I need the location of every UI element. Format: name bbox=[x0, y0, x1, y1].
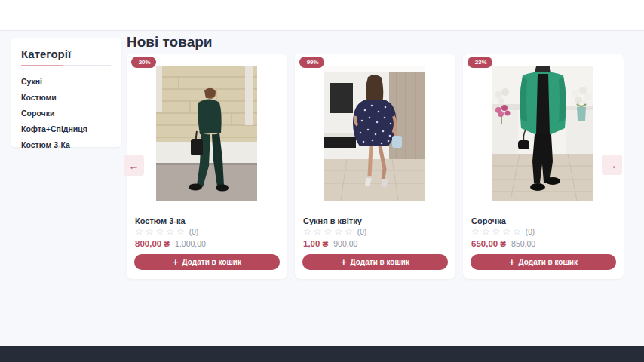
page-title: Нові товари bbox=[127, 34, 213, 51]
current-price: 1,00 ₴ bbox=[303, 239, 328, 248]
plus-icon: + bbox=[509, 257, 515, 267]
add-to-cart-label: Додати в кошик bbox=[519, 258, 578, 266]
plus-icon: + bbox=[173, 257, 179, 267]
product-card: -23% bbox=[463, 54, 624, 279]
sidebar-item-suit-3piece[interactable]: Костюм 3-Ка bbox=[21, 137, 111, 152]
add-to-cart-button[interactable]: + Додати в кошик bbox=[471, 254, 616, 270]
star-icon: ☆ bbox=[334, 227, 342, 236]
star-icon: ☆ bbox=[513, 227, 521, 236]
product-title[interactable]: Костюм 3-ка bbox=[135, 216, 186, 225]
add-to-cart-label: Додати в кошик bbox=[182, 258, 241, 266]
rating-count: (0) bbox=[189, 228, 198, 236]
sidebar-item-dresses[interactable]: Сукні bbox=[21, 73, 111, 89]
star-icon: ☆ bbox=[176, 227, 185, 236]
star-icon: ☆ bbox=[166, 227, 174, 236]
rating-count: (0) bbox=[357, 228, 366, 236]
star-icon: ☆ bbox=[324, 227, 333, 236]
arrow-left-icon: ← bbox=[129, 160, 140, 172]
arrow-right-icon: → bbox=[607, 159, 618, 171]
star-icon: ☆ bbox=[156, 227, 164, 236]
page: LOKO STUDIO Пошук UK ▾ Категорії Сук bbox=[0, 0, 644, 362]
current-price: 650,00 ₴ bbox=[471, 239, 506, 248]
add-to-cart-button[interactable]: + Додати в кошик bbox=[302, 254, 448, 270]
rating-stars: ☆ ☆ ☆ ☆ ☆ (0) bbox=[303, 227, 366, 236]
product-title[interactable]: Сорочка bbox=[471, 216, 506, 225]
rating-stars: ☆ ☆ ☆ ☆ ☆ (0) bbox=[471, 227, 535, 236]
rating-stars: ☆ ☆ ☆ ☆ ☆ (0) bbox=[135, 227, 198, 236]
price-row: 800,00 ₴ 1.000,00 bbox=[135, 239, 206, 248]
add-to-cart-button[interactable]: + Додати в кошик bbox=[134, 254, 280, 270]
star-icon: ☆ bbox=[135, 227, 143, 236]
sidebar-item-suits[interactable]: Костюми bbox=[21, 89, 111, 105]
product-title[interactable]: Сукня в квітку bbox=[303, 216, 362, 225]
star-icon: ☆ bbox=[146, 227, 154, 236]
categories-title: Категорії bbox=[21, 48, 111, 60]
plus-icon: + bbox=[341, 257, 347, 267]
star-icon: ☆ bbox=[303, 227, 311, 236]
old-price: 850,00 bbox=[511, 239, 535, 248]
price-row: 650,00 ₴ 850,00 bbox=[471, 239, 535, 248]
header bbox=[0, 0, 644, 31]
price-row: 1,00 ₴ 900,00 bbox=[303, 239, 357, 248]
current-price: 800,00 ₴ bbox=[135, 239, 170, 248]
old-price: 1.000,00 bbox=[175, 239, 206, 248]
star-icon: ☆ bbox=[492, 227, 501, 236]
star-icon: ☆ bbox=[345, 227, 353, 236]
product-card: -20% bbox=[127, 54, 287, 279]
discount-badge: -20% bbox=[131, 57, 156, 68]
star-icon: ☆ bbox=[502, 227, 511, 236]
old-price: 900,00 bbox=[333, 239, 357, 248]
rating-count: (0) bbox=[526, 228, 535, 236]
sidebar-item-shirts[interactable]: Сорочки bbox=[21, 105, 111, 121]
star-icon: ☆ bbox=[482, 227, 490, 236]
carousel-prev-button[interactable]: ← bbox=[124, 155, 144, 176]
categories-panel: Категорії Сукні Костюми Сорочки Кофта+Сп… bbox=[11, 38, 121, 147]
product-carousel: -20% bbox=[127, 54, 624, 279]
star-icon: ☆ bbox=[471, 227, 480, 236]
categories-divider bbox=[21, 65, 111, 66]
product-image[interactable] bbox=[324, 66, 425, 201]
footer bbox=[0, 346, 644, 362]
product-image[interactable] bbox=[156, 66, 257, 201]
star-icon: ☆ bbox=[314, 227, 322, 236]
carousel-next-button[interactable]: → bbox=[602, 155, 622, 175]
discount-badge: -23% bbox=[468, 57, 492, 68]
sidebar-item-sweater-skirt[interactable]: Кофта+Спідниця bbox=[21, 121, 111, 137]
add-to-cart-label: Додати в кошик bbox=[351, 258, 409, 266]
product-image[interactable] bbox=[492, 66, 593, 201]
product-card: -99% bbox=[295, 54, 455, 279]
discount-badge: -99% bbox=[299, 57, 324, 68]
